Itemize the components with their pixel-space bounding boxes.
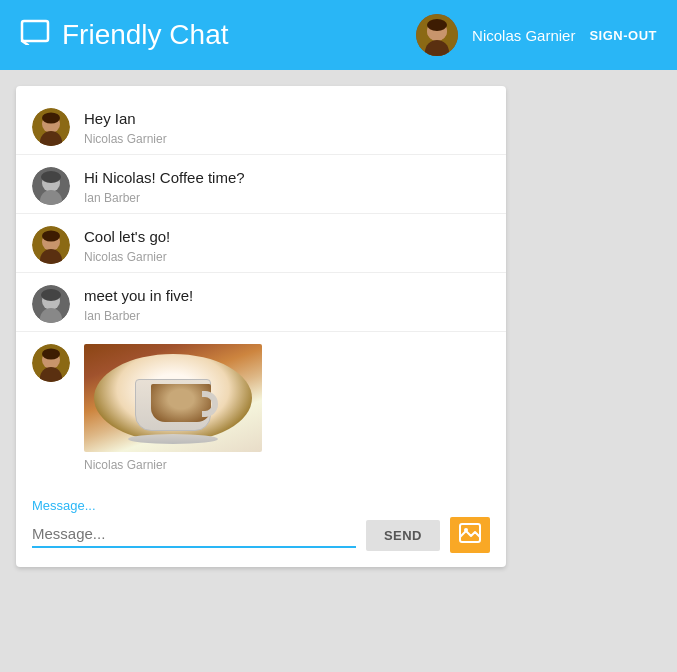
message-input-wrap (32, 523, 356, 548)
header: Friendly Chat Nicolas Garnier SIGN-OUT (0, 0, 677, 70)
message-content: Cool let's go!Nicolas Garnier (84, 226, 490, 264)
chat-card: Hey IanNicolas Garnier Hi Nicolas! Coffe… (16, 86, 506, 567)
image-icon (459, 523, 481, 548)
svg-point-25 (42, 349, 60, 360)
svg-point-13 (41, 171, 61, 183)
input-label: Message... (32, 498, 490, 513)
input-area: Message... SEND (16, 490, 506, 567)
svg-point-9 (42, 113, 60, 124)
message-input[interactable] (32, 523, 356, 544)
svg-point-21 (41, 289, 61, 301)
message-sender: Nicolas Garnier (84, 132, 490, 146)
message-item: meet you in five!Ian Barber (16, 273, 506, 332)
message-sender: Ian Barber (84, 309, 490, 323)
message-text: meet you in five! (84, 285, 490, 306)
svg-rect-0 (22, 21, 48, 41)
message-text: Hey Ian (84, 108, 490, 129)
user-name: Nicolas Garnier (472, 27, 575, 44)
message-item: Hey IanNicolas Garnier (16, 96, 506, 155)
chat-icon (20, 19, 50, 52)
message-sender: Ian Barber (84, 191, 490, 205)
message-item: Nicolas Garnier (16, 332, 506, 480)
message-text: Cool let's go! (84, 226, 490, 247)
svg-point-17 (42, 231, 60, 242)
user-avatar (416, 14, 458, 56)
message-sender: Nicolas Garnier (84, 250, 490, 264)
header-right: Nicolas Garnier SIGN-OUT (416, 14, 657, 56)
message-content: meet you in five!Ian Barber (84, 285, 490, 323)
coffee-cup-visual (128, 379, 218, 444)
message-content: Hey IanNicolas Garnier (84, 108, 490, 146)
messages-list: Hey IanNicolas Garnier Hi Nicolas! Coffe… (16, 86, 506, 490)
message-content: Nicolas Garnier (84, 344, 490, 472)
app-title: Friendly Chat (62, 19, 229, 51)
image-upload-button[interactable] (450, 517, 490, 553)
send-button[interactable]: SEND (366, 520, 440, 551)
message-text: Hi Nicolas! Coffee time? (84, 167, 490, 188)
message-content: Hi Nicolas! Coffee time?Ian Barber (84, 167, 490, 205)
header-left: Friendly Chat (20, 19, 229, 52)
main-content: Hey IanNicolas Garnier Hi Nicolas! Coffe… (0, 70, 677, 567)
svg-point-5 (427, 19, 447, 31)
message-avatar (32, 344, 70, 382)
message-avatar (32, 108, 70, 146)
message-image (84, 344, 262, 452)
message-avatar (32, 285, 70, 323)
message-sender: Nicolas Garnier (84, 458, 490, 472)
message-item: Cool let's go!Nicolas Garnier (16, 214, 506, 273)
message-item: Hi Nicolas! Coffee time?Ian Barber (16, 155, 506, 214)
signout-button[interactable]: SIGN-OUT (589, 28, 657, 43)
message-avatar (32, 167, 70, 205)
message-avatar (32, 226, 70, 264)
input-row: SEND (32, 517, 490, 553)
